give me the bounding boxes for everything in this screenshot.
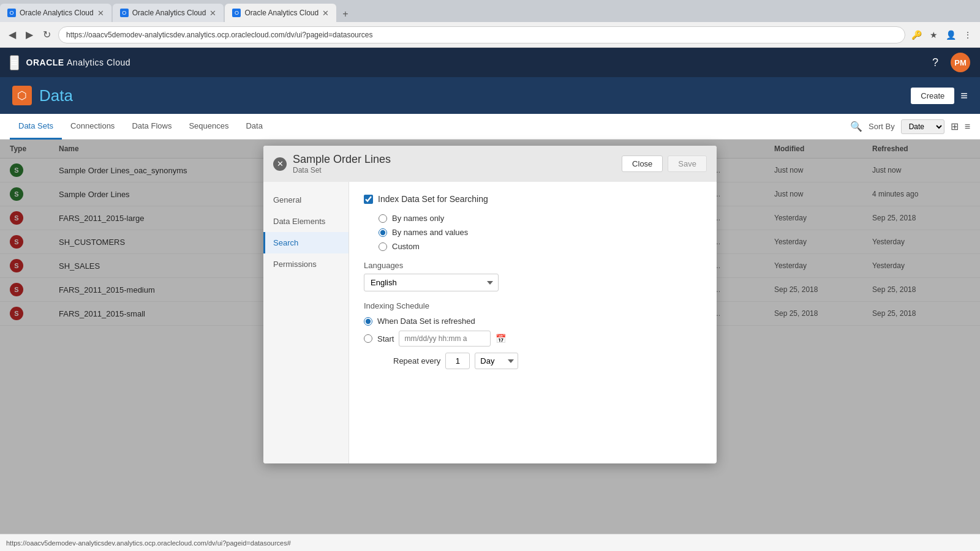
index-checkbox-label: Index Data Set for Searching	[378, 194, 488, 204]
sub-nav-dataflows[interactable]: Data Flows	[123, 114, 180, 140]
status-bar: https://oaacv5demodev-analyticsdev.analy…	[0, 534, 980, 551]
page-title: Data	[39, 86, 73, 105]
radio-when-refreshed[interactable]	[364, 317, 372, 326]
main-area: Type Name Modified Refreshed S Sample Or…	[0, 140, 980, 534]
repeat-unit-select[interactable]: Day Week Month	[475, 353, 518, 369]
address-bar[interactable]	[58, 26, 905, 43]
page-header: ⬡ Data Create ≡	[0, 77, 980, 114]
modal: ✕ Sample Order Lines Data Set Close Save…	[263, 146, 717, 463]
browser-tab-3[interactable]: O Oracle Analytics Cloud ✕	[225, 4, 336, 22]
radio-custom-label: Custom	[392, 242, 420, 251]
index-checkbox[interactable]	[364, 195, 373, 204]
sub-nav-actions: 🔍 Sort By Date Name ⊞ ≡	[850, 119, 970, 134]
sub-nav-data[interactable]: Data	[237, 114, 271, 140]
back-button[interactable]: ◀	[6, 26, 18, 43]
more-icon[interactable]: ⋮	[962, 29, 974, 41]
search-button[interactable]: 🔍	[850, 121, 862, 132]
tab-close-2[interactable]: ✕	[209, 9, 216, 18]
grid-view-button[interactable]: ⊞	[951, 121, 959, 132]
browser-tab-1[interactable]: O Oracle Analytics Cloud ✕	[0, 4, 111, 22]
browser-icons: 🔑 ★ 👤 ⋮	[910, 29, 974, 41]
bookmark-icon[interactable]: ★	[927, 29, 940, 41]
browser-tabs: O Oracle Analytics Cloud ✕ O Oracle Anal…	[0, 0, 980, 22]
sub-nav-connections[interactable]: Connections	[62, 114, 123, 140]
repeat-value-input[interactable]	[445, 353, 470, 369]
tab-favicon-1: O	[7, 9, 16, 17]
sort-select[interactable]: Date Name	[901, 119, 944, 134]
start-label: Start	[377, 334, 394, 343]
sub-nav: Data Sets Connections Data Flows Sequenc…	[0, 114, 980, 140]
index-checkbox-row: Index Data Set for Searching	[364, 194, 702, 204]
start-row: Start 📅	[364, 331, 702, 347]
languages-select[interactable]: English French German Spanish Japanese	[364, 274, 499, 291]
sub-nav-datasets[interactable]: Data Sets	[10, 114, 62, 140]
avatar: PM	[951, 53, 970, 72]
modal-subtitle: Data Set	[293, 166, 391, 174]
app-header: ≡ ORACLE Analytics Cloud ? PM	[0, 48, 980, 77]
modal-content: Index Data Set for Searching By names on…	[349, 182, 717, 463]
modal-title: Sample Order Lines	[293, 153, 391, 166]
user-icon[interactable]: 👤	[944, 29, 957, 41]
radio-start-schedule[interactable]	[364, 334, 372, 343]
radio-custom[interactable]	[379, 242, 387, 251]
when-refreshed-row: When Data Set is refreshed	[364, 317, 702, 326]
modal-sidebar: General Data Elements Search Permissions	[263, 182, 349, 463]
start-datetime-input[interactable]	[399, 331, 491, 347]
repeat-row: Repeat every Day Week Month	[393, 353, 702, 369]
save-button[interactable]: Save	[668, 156, 707, 172]
tab-label-1: Oracle Analytics Cloud	[20, 9, 94, 17]
indexing-schedule-section: Indexing Schedule When Data Set is refre…	[364, 301, 702, 369]
browser-tab-2[interactable]: O Oracle Analytics Cloud ✕	[113, 4, 224, 22]
languages-section: Languages English French German Spanish …	[364, 261, 702, 291]
sub-nav-sequences[interactable]: Sequences	[180, 114, 237, 140]
radio-names-values-label: By names and values	[392, 228, 468, 237]
when-refreshed-label: When Data Set is refreshed	[377, 317, 475, 326]
sidebar-item-data-elements[interactable]: Data Elements	[263, 211, 349, 232]
create-button[interactable]: Create	[911, 88, 954, 104]
header-actions: Create ≡	[911, 88, 968, 104]
browser-chrome: O Oracle Analytics Cloud ✕ O Oracle Anal…	[0, 0, 980, 48]
list-view-button[interactable]: ≡	[965, 121, 970, 132]
modal-close-x-button[interactable]: ✕	[273, 157, 287, 171]
extensions-icon[interactable]: 🔑	[910, 29, 922, 41]
radio-names-only[interactable]	[379, 214, 387, 223]
help-button[interactable]: ?	[932, 56, 938, 69]
page-menu-button[interactable]: ≡	[960, 89, 968, 103]
refresh-button[interactable]: ↻	[40, 26, 53, 43]
tab-close-3[interactable]: ✕	[322, 9, 329, 18]
radio-row-custom: Custom	[379, 242, 702, 251]
modal-overlay: ✕ Sample Order Lines Data Set Close Save…	[0, 140, 980, 534]
modal-header-actions: Close Save	[622, 156, 707, 172]
radio-row-names-only: By names only	[379, 214, 702, 223]
page-icon: ⬡	[12, 86, 32, 105]
indexing-schedule-label: Indexing Schedule	[364, 301, 702, 310]
tab-favicon-2: O	[120, 9, 129, 17]
tab-close-1[interactable]: ✕	[97, 9, 104, 18]
radio-names-values[interactable]	[379, 228, 387, 237]
languages-label: Languages	[364, 261, 702, 270]
close-button[interactable]: Close	[622, 156, 663, 172]
tab-favicon-3: O	[232, 9, 241, 17]
repeat-label: Repeat every	[393, 356, 440, 365]
modal-title-group: Sample Order Lines Data Set	[293, 153, 391, 174]
radio-names-only-label: By names only	[392, 214, 444, 223]
tab-label-3: Oracle Analytics Cloud	[244, 9, 318, 17]
new-tab-button[interactable]: +	[337, 6, 353, 22]
sort-label: Sort By	[869, 122, 895, 131]
radio-group-indexing: By names only By names and values Custom	[379, 214, 702, 251]
sidebar-item-search[interactable]: Search	[263, 232, 349, 253]
modal-header: ✕ Sample Order Lines Data Set Close Save	[263, 146, 717, 182]
calendar-icon[interactable]: 📅	[496, 334, 506, 343]
sidebar-item-general[interactable]: General	[263, 189, 349, 211]
tab-label-2: Oracle Analytics Cloud	[132, 9, 206, 17]
modal-body: General Data Elements Search Permissions…	[263, 182, 717, 463]
radio-row-names-values: By names and values	[379, 228, 702, 237]
browser-toolbar: ◀ ▶ ↻ 🔑 ★ 👤 ⋮	[0, 22, 980, 48]
status-url: https://oaacv5demodev-analyticsdev.analy…	[6, 539, 291, 547]
oracle-logo: ORACLE Analytics Cloud	[26, 58, 131, 67]
sidebar-item-permissions[interactable]: Permissions	[263, 253, 349, 275]
hamburger-button[interactable]: ≡	[10, 55, 19, 70]
forward-button[interactable]: ▶	[23, 26, 36, 43]
